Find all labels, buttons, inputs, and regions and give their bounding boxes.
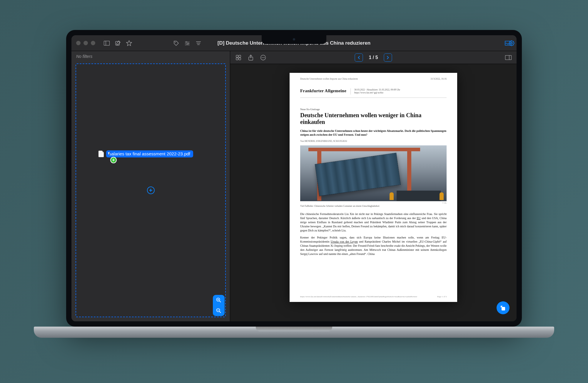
svg-point-36 [262,57,262,58]
laptop-notch [262,35,326,44]
zoom-controls [213,295,225,316]
next-page-button[interactable] [384,53,392,62]
svg-rect-39 [505,55,512,60]
svg-point-7 [188,43,189,44]
svg-point-38 [264,57,265,58]
close-window[interactable] [76,41,81,45]
panel-toggle-icon[interactable] [504,53,512,62]
zoom-window[interactable] [91,41,95,45]
running-head: Deutsche Unternehmen wollen Importe aus … [300,78,358,80]
image-credit: © ifo [300,202,447,204]
add-icon: + [147,187,155,194]
article-url: https://www.faz.net/-gqi-ao4zz [354,91,400,94]
article-headline: Deutsche Unternehmen wollen weniger in C… [300,112,447,125]
filter-status: No filters [71,51,230,61]
svg-point-3 [175,42,176,43]
gear-icon[interactable] [508,39,515,47]
svg-rect-30 [236,55,238,57]
footer-url: https://www.faz.net/aktuell/wirtschaft/u… [300,295,417,298]
dragged-file: salaries tax final assessment 2022-23.pd… [98,150,193,157]
drag-cursor-plus-icon: + [110,157,117,163]
running-date: 31/3/2022, 16:16 [430,78,447,80]
body-paragraph-1: Die chinesische Fernsehmoderatorin Liu X… [300,212,447,233]
grid-icon[interactable] [234,53,243,62]
svg-rect-32 [236,58,238,60]
article-lede: China ist für viele deutsche Unternehmen… [300,129,447,137]
svg-rect-31 [239,55,241,57]
sliders-icon[interactable] [183,39,191,47]
star-icon[interactable] [125,39,133,47]
svg-line-28 [220,312,221,313]
dragged-file-name: salaries tax final assessment 2022-23.pd… [106,150,193,157]
image-caption: Viel Fallhöhe: Chinesische Arbeiter verl… [300,205,447,207]
sidebar: No filters + salaries tax final assessme… [71,51,230,321]
share-icon[interactable] [247,53,255,62]
laptop-base [34,327,554,338]
svg-rect-33 [239,58,241,60]
footer-page: Page 1 of 5 [437,295,447,298]
content-toolbar: 1 / 5 [230,51,517,64]
article-image [300,145,447,201]
page-label: 1 / 5 [369,55,378,60]
publish-date: 30.03.2022 · Aktualisiert: 31.03.2022, 0… [354,88,400,91]
list-icon[interactable] [195,39,202,47]
more-icon[interactable] [259,53,267,62]
prev-page-button[interactable] [355,53,363,62]
svg-point-14 [511,42,512,44]
action-fab[interactable] [497,301,510,314]
svg-rect-0 [104,41,110,45]
file-icon [98,151,104,157]
svg-point-5 [186,41,187,43]
window-controls [76,41,95,45]
minimize-window[interactable] [83,41,88,45]
document-page: Deutsche Unternehmen wollen Importe aus … [290,73,457,302]
page-indicator: 1 / 5 [355,53,392,62]
body-paragraph-2: Kenner der Pekinger Politik sagen, dass … [300,236,447,256]
zoom-out-button[interactable] [213,305,225,316]
svg-point-9 [186,44,188,45]
content-pane: 1 / 5 Deutsche Unternehmen wolle [230,51,517,321]
zoom-in-button[interactable] [213,295,225,305]
document-viewer[interactable]: Deutsche Unternehmen wollen Importe aus … [230,64,517,321]
compose-icon[interactable] [114,39,122,47]
drop-zone[interactable]: + salaries tax final assessment 2022-23.… [76,63,226,317]
tag-icon[interactable] [172,39,180,47]
sidebar-toggle-icon[interactable] [103,39,111,47]
newspaper-masthead: Frankfurter Allgemeine [300,88,346,93]
svg-line-24 [220,301,221,303]
svg-point-37 [263,57,263,58]
kicker: Neue Ifo-Umfrage [300,108,447,111]
article-byline: Von HENDRIK ANKENBRAND, SCHANGHAI [300,140,447,142]
svg-rect-41 [502,307,505,310]
